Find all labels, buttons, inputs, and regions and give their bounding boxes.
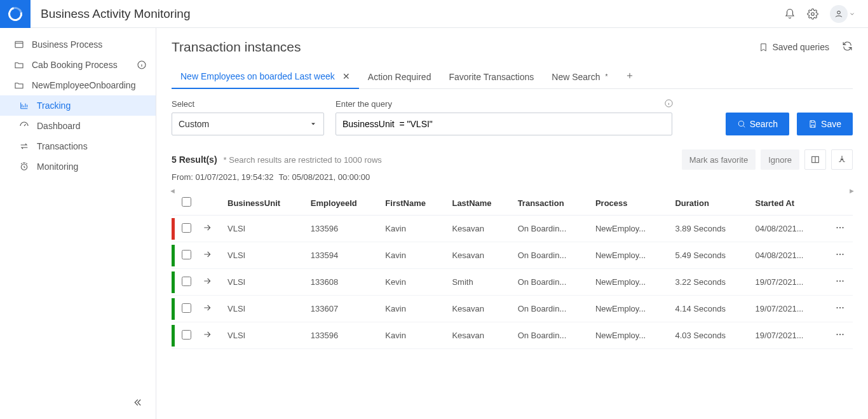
scroll-left-icon[interactable]: ◄ <box>169 187 176 195</box>
cell-lastname: Smith <box>447 269 512 296</box>
tab-label: Action Required <box>368 72 431 82</box>
box-icon <box>14 39 24 50</box>
th-firstname[interactable]: FirstName <box>380 191 447 216</box>
results-hint: * Search results are restricted to 1000 … <box>224 155 382 165</box>
download-button[interactable] <box>831 149 853 170</box>
row-checkbox[interactable] <box>182 223 191 233</box>
arrow-right-icon[interactable] <box>202 249 212 259</box>
to-label: To: <box>278 172 289 182</box>
row-checkbox[interactable] <box>182 330 191 340</box>
sidebar-item-new-employee[interactable]: NewEmployeeOnboarding <box>0 75 156 95</box>
sidebar-item-dashboard[interactable]: Dashboard <box>0 116 156 136</box>
svg-point-8 <box>836 227 837 228</box>
scroll-right-icon[interactable]: ► <box>848 187 855 195</box>
close-tab-icon[interactable]: ✕ <box>342 71 350 81</box>
table-row[interactable]: VLSI 133607 Kavin Kesavan On Boardin... … <box>172 296 853 322</box>
save-button[interactable]: Save <box>797 113 853 135</box>
svg-point-14 <box>836 280 837 282</box>
th-businessunit[interactable]: BusinessUnit <box>222 191 306 216</box>
table-row[interactable]: VLSI 133594 Kavin Kesavan On Boardin... … <box>172 242 853 269</box>
app-logo[interactable] <box>0 0 31 28</box>
folder-icon <box>14 80 24 90</box>
more-icon <box>834 275 846 287</box>
columns-button[interactable] <box>804 149 826 170</box>
svg-point-21 <box>839 334 841 335</box>
sidebar-item-cab-booking[interactable]: Cab Booking Process <box>0 55 156 75</box>
cell-businessunit: VLSI <box>222 242 306 269</box>
collapse-sidebar-icon[interactable] <box>132 397 143 410</box>
th-transaction[interactable]: Transaction <box>513 191 590 216</box>
info-icon[interactable] <box>137 60 147 70</box>
cell-duration: 3.89 Seconds <box>670 216 750 242</box>
row-checkbox[interactable] <box>182 277 191 286</box>
svg-point-12 <box>839 254 841 255</box>
refresh-icon[interactable] <box>842 41 853 53</box>
cell-employeeid: 133608 <box>306 269 381 296</box>
select-dropdown[interactable]: Custom <box>172 113 324 135</box>
th-lastname[interactable]: LastName <box>447 191 512 216</box>
row-checkbox[interactable] <box>182 250 191 259</box>
more-icon <box>834 222 846 233</box>
cell-businessunit: VLSI <box>222 322 306 349</box>
table-row[interactable]: VLSI 133608 Kevin Smith On Boardin... Ne… <box>172 269 853 296</box>
add-tab-button[interactable] <box>616 65 643 88</box>
row-more-button[interactable] <box>827 296 853 322</box>
row-more-button[interactable] <box>827 269 853 296</box>
ignore-button[interactable]: Ignore <box>761 149 799 170</box>
select-all-checkbox[interactable] <box>182 197 191 207</box>
th-duration[interactable]: Duration <box>670 191 750 216</box>
th-employeeid[interactable]: EmployeeId <box>306 191 381 216</box>
svg-point-17 <box>836 307 837 308</box>
arrow-right-icon[interactable] <box>202 303 212 313</box>
svg-rect-2 <box>15 41 23 47</box>
arrow-right-icon[interactable] <box>202 276 212 286</box>
arrow-right-icon[interactable] <box>202 223 212 233</box>
tab-action-required[interactable]: Action Required <box>359 65 440 88</box>
cell-duration: 3.22 Seconds <box>670 269 750 296</box>
cell-employeeid: 133594 <box>306 242 381 269</box>
search-button[interactable]: Search <box>726 113 789 135</box>
svg-point-6 <box>738 121 743 126</box>
tab-new-search[interactable]: New Search* <box>543 65 616 88</box>
status-indicator-icon <box>172 271 175 293</box>
sidebar-item-monitoring[interactable]: Monitoring <box>0 156 156 177</box>
tab-new-employees[interactable]: New Employees on boarded Last week ✕ <box>172 65 359 89</box>
sidebar-item-label: Cab Booking Process <box>32 60 118 70</box>
row-more-button[interactable] <box>827 216 853 242</box>
arrow-right-icon[interactable] <box>202 329 212 340</box>
cell-firstname: Kevin <box>380 269 447 296</box>
cell-lastname: Kesavan <box>447 322 512 349</box>
results-count: 5 Result(s) <box>172 155 217 165</box>
row-more-button[interactable] <box>827 322 853 349</box>
th-process[interactable]: Process <box>590 191 670 216</box>
more-icon <box>834 249 846 260</box>
row-checkbox[interactable] <box>182 303 191 313</box>
cell-businessunit: VLSI <box>222 269 306 296</box>
columns-icon <box>810 155 820 165</box>
chart-icon <box>19 100 29 111</box>
swap-icon <box>19 141 29 151</box>
bell-icon[interactable] <box>784 8 796 20</box>
table-row[interactable]: VLSI 133596 Kavin Kesavan On Boardin... … <box>172 322 853 349</box>
query-input[interactable] <box>336 113 672 135</box>
table-row[interactable]: VLSI 133596 Kavin Kesavan On Boardin... … <box>172 216 853 242</box>
sidebar-item-transactions[interactable]: Transactions <box>0 136 156 156</box>
app-title: Business Activity Monitoring <box>41 7 191 21</box>
gear-icon[interactable] <box>807 8 818 20</box>
saved-queries-button[interactable]: Saved queries <box>759 42 829 52</box>
mark-favorite-button[interactable]: Mark as favorite <box>682 149 756 170</box>
tab-favorite-transactions[interactable]: Favorite Transactions <box>440 65 543 88</box>
query-info-icon[interactable] <box>664 99 674 110</box>
sidebar-item-label: Monitoring <box>37 161 78 172</box>
sidebar-item-business-process[interactable]: Business Process <box>0 34 156 55</box>
sidebar-item-tracking[interactable]: Tracking <box>0 95 156 116</box>
svg-point-13 <box>842 254 843 255</box>
cell-process: NewEmploy... <box>590 269 670 296</box>
svg-point-19 <box>842 307 843 308</box>
user-menu[interactable] <box>830 5 855 23</box>
row-more-button[interactable] <box>827 242 853 269</box>
cell-employeeid: 133607 <box>306 296 381 322</box>
gauge-icon <box>19 121 29 131</box>
th-started[interactable]: Started At <box>750 191 827 216</box>
svg-point-9 <box>839 227 841 228</box>
